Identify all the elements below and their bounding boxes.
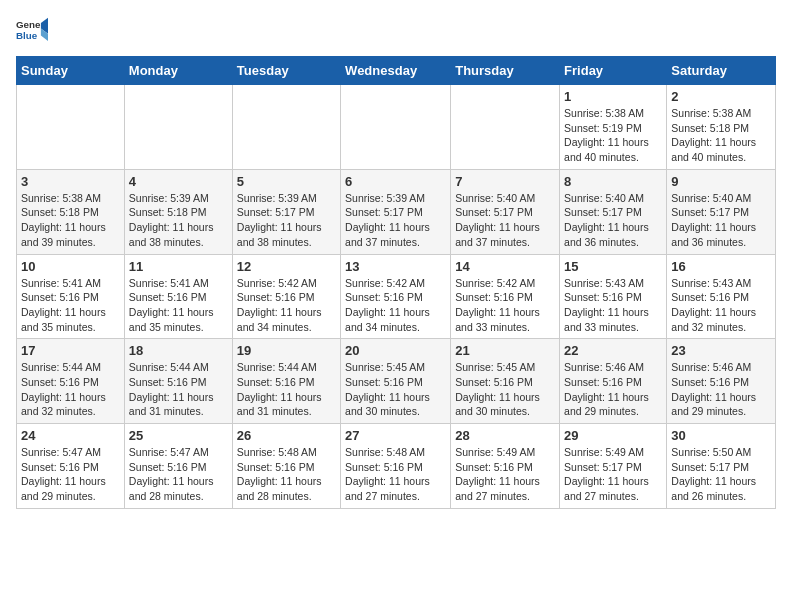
- day-number: 9: [671, 174, 771, 189]
- day-number: 16: [671, 259, 771, 274]
- day-number: 6: [345, 174, 446, 189]
- calendar-cell: 27Sunrise: 5:48 AM Sunset: 5:16 PM Dayli…: [341, 424, 451, 509]
- logo-icon: General Blue: [16, 16, 48, 48]
- day-info: Sunrise: 5:41 AM Sunset: 5:16 PM Dayligh…: [129, 276, 228, 335]
- day-info: Sunrise: 5:45 AM Sunset: 5:16 PM Dayligh…: [455, 360, 555, 419]
- day-number: 22: [564, 343, 662, 358]
- day-info: Sunrise: 5:39 AM Sunset: 5:17 PM Dayligh…: [237, 191, 336, 250]
- calendar-header: SundayMondayTuesdayWednesdayThursdayFrid…: [17, 57, 776, 85]
- day-info: Sunrise: 5:48 AM Sunset: 5:16 PM Dayligh…: [237, 445, 336, 504]
- day-number: 25: [129, 428, 228, 443]
- calendar-cell: [232, 85, 340, 170]
- logo: General Blue: [16, 16, 48, 48]
- day-number: 28: [455, 428, 555, 443]
- day-info: Sunrise: 5:38 AM Sunset: 5:19 PM Dayligh…: [564, 106, 662, 165]
- calendar-cell: 20Sunrise: 5:45 AM Sunset: 5:16 PM Dayli…: [341, 339, 451, 424]
- calendar-cell: 26Sunrise: 5:48 AM Sunset: 5:16 PM Dayli…: [232, 424, 340, 509]
- day-number: 11: [129, 259, 228, 274]
- calendar-week-3: 17Sunrise: 5:44 AM Sunset: 5:16 PM Dayli…: [17, 339, 776, 424]
- calendar-cell: [451, 85, 560, 170]
- day-info: Sunrise: 5:38 AM Sunset: 5:18 PM Dayligh…: [21, 191, 120, 250]
- day-info: Sunrise: 5:40 AM Sunset: 5:17 PM Dayligh…: [671, 191, 771, 250]
- calendar-cell: [341, 85, 451, 170]
- header: General Blue: [16, 16, 776, 48]
- day-number: 12: [237, 259, 336, 274]
- calendar-cell: 7Sunrise: 5:40 AM Sunset: 5:17 PM Daylig…: [451, 169, 560, 254]
- day-number: 10: [21, 259, 120, 274]
- day-info: Sunrise: 5:50 AM Sunset: 5:17 PM Dayligh…: [671, 445, 771, 504]
- weekday-header-thursday: Thursday: [451, 57, 560, 85]
- day-info: Sunrise: 5:42 AM Sunset: 5:16 PM Dayligh…: [237, 276, 336, 335]
- day-info: Sunrise: 5:44 AM Sunset: 5:16 PM Dayligh…: [129, 360, 228, 419]
- weekday-header-row: SundayMondayTuesdayWednesdayThursdayFrid…: [17, 57, 776, 85]
- calendar-cell: 28Sunrise: 5:49 AM Sunset: 5:16 PM Dayli…: [451, 424, 560, 509]
- day-info: Sunrise: 5:49 AM Sunset: 5:17 PM Dayligh…: [564, 445, 662, 504]
- day-number: 7: [455, 174, 555, 189]
- day-info: Sunrise: 5:39 AM Sunset: 5:17 PM Dayligh…: [345, 191, 446, 250]
- calendar-cell: 5Sunrise: 5:39 AM Sunset: 5:17 PM Daylig…: [232, 169, 340, 254]
- day-info: Sunrise: 5:45 AM Sunset: 5:16 PM Dayligh…: [345, 360, 446, 419]
- day-number: 14: [455, 259, 555, 274]
- calendar-cell: 19Sunrise: 5:44 AM Sunset: 5:16 PM Dayli…: [232, 339, 340, 424]
- day-number: 18: [129, 343, 228, 358]
- calendar-cell: 9Sunrise: 5:40 AM Sunset: 5:17 PM Daylig…: [667, 169, 776, 254]
- calendar-cell: 17Sunrise: 5:44 AM Sunset: 5:16 PM Dayli…: [17, 339, 125, 424]
- day-number: 17: [21, 343, 120, 358]
- day-number: 27: [345, 428, 446, 443]
- day-info: Sunrise: 5:40 AM Sunset: 5:17 PM Dayligh…: [564, 191, 662, 250]
- calendar-week-4: 24Sunrise: 5:47 AM Sunset: 5:16 PM Dayli…: [17, 424, 776, 509]
- day-number: 19: [237, 343, 336, 358]
- calendar-cell: 12Sunrise: 5:42 AM Sunset: 5:16 PM Dayli…: [232, 254, 340, 339]
- day-number: 4: [129, 174, 228, 189]
- day-info: Sunrise: 5:49 AM Sunset: 5:16 PM Dayligh…: [455, 445, 555, 504]
- calendar-cell: 15Sunrise: 5:43 AM Sunset: 5:16 PM Dayli…: [560, 254, 667, 339]
- calendar-week-2: 10Sunrise: 5:41 AM Sunset: 5:16 PM Dayli…: [17, 254, 776, 339]
- calendar-cell: [17, 85, 125, 170]
- day-info: Sunrise: 5:40 AM Sunset: 5:17 PM Dayligh…: [455, 191, 555, 250]
- calendar-table: SundayMondayTuesdayWednesdayThursdayFrid…: [16, 56, 776, 509]
- day-number: 1: [564, 89, 662, 104]
- calendar-cell: 18Sunrise: 5:44 AM Sunset: 5:16 PM Dayli…: [124, 339, 232, 424]
- day-info: Sunrise: 5:39 AM Sunset: 5:18 PM Dayligh…: [129, 191, 228, 250]
- calendar-cell: 22Sunrise: 5:46 AM Sunset: 5:16 PM Dayli…: [560, 339, 667, 424]
- calendar-cell: 1Sunrise: 5:38 AM Sunset: 5:19 PM Daylig…: [560, 85, 667, 170]
- day-number: 21: [455, 343, 555, 358]
- day-number: 15: [564, 259, 662, 274]
- weekday-header-saturday: Saturday: [667, 57, 776, 85]
- day-info: Sunrise: 5:47 AM Sunset: 5:16 PM Dayligh…: [21, 445, 120, 504]
- calendar-cell: 30Sunrise: 5:50 AM Sunset: 5:17 PM Dayli…: [667, 424, 776, 509]
- calendar-cell: 4Sunrise: 5:39 AM Sunset: 5:18 PM Daylig…: [124, 169, 232, 254]
- day-info: Sunrise: 5:47 AM Sunset: 5:16 PM Dayligh…: [129, 445, 228, 504]
- calendar-cell: 23Sunrise: 5:46 AM Sunset: 5:16 PM Dayli…: [667, 339, 776, 424]
- calendar-cell: 2Sunrise: 5:38 AM Sunset: 5:18 PM Daylig…: [667, 85, 776, 170]
- calendar-body: 1Sunrise: 5:38 AM Sunset: 5:19 PM Daylig…: [17, 85, 776, 509]
- day-info: Sunrise: 5:42 AM Sunset: 5:16 PM Dayligh…: [455, 276, 555, 335]
- day-number: 2: [671, 89, 771, 104]
- day-info: Sunrise: 5:43 AM Sunset: 5:16 PM Dayligh…: [671, 276, 771, 335]
- day-info: Sunrise: 5:43 AM Sunset: 5:16 PM Dayligh…: [564, 276, 662, 335]
- weekday-header-friday: Friday: [560, 57, 667, 85]
- calendar-cell: 6Sunrise: 5:39 AM Sunset: 5:17 PM Daylig…: [341, 169, 451, 254]
- day-info: Sunrise: 5:46 AM Sunset: 5:16 PM Dayligh…: [671, 360, 771, 419]
- weekday-header-sunday: Sunday: [17, 57, 125, 85]
- weekday-header-tuesday: Tuesday: [232, 57, 340, 85]
- calendar-cell: 11Sunrise: 5:41 AM Sunset: 5:16 PM Dayli…: [124, 254, 232, 339]
- weekday-header-monday: Monday: [124, 57, 232, 85]
- day-number: 8: [564, 174, 662, 189]
- calendar-week-1: 3Sunrise: 5:38 AM Sunset: 5:18 PM Daylig…: [17, 169, 776, 254]
- calendar-cell: 13Sunrise: 5:42 AM Sunset: 5:16 PM Dayli…: [341, 254, 451, 339]
- day-info: Sunrise: 5:42 AM Sunset: 5:16 PM Dayligh…: [345, 276, 446, 335]
- day-info: Sunrise: 5:44 AM Sunset: 5:16 PM Dayligh…: [21, 360, 120, 419]
- calendar-cell: 8Sunrise: 5:40 AM Sunset: 5:17 PM Daylig…: [560, 169, 667, 254]
- day-info: Sunrise: 5:41 AM Sunset: 5:16 PM Dayligh…: [21, 276, 120, 335]
- calendar-cell: [124, 85, 232, 170]
- calendar-cell: 29Sunrise: 5:49 AM Sunset: 5:17 PM Dayli…: [560, 424, 667, 509]
- day-number: 26: [237, 428, 336, 443]
- day-number: 5: [237, 174, 336, 189]
- calendar-cell: 14Sunrise: 5:42 AM Sunset: 5:16 PM Dayli…: [451, 254, 560, 339]
- day-number: 30: [671, 428, 771, 443]
- calendar-cell: 21Sunrise: 5:45 AM Sunset: 5:16 PM Dayli…: [451, 339, 560, 424]
- calendar-week-0: 1Sunrise: 5:38 AM Sunset: 5:19 PM Daylig…: [17, 85, 776, 170]
- calendar-cell: 25Sunrise: 5:47 AM Sunset: 5:16 PM Dayli…: [124, 424, 232, 509]
- day-info: Sunrise: 5:48 AM Sunset: 5:16 PM Dayligh…: [345, 445, 446, 504]
